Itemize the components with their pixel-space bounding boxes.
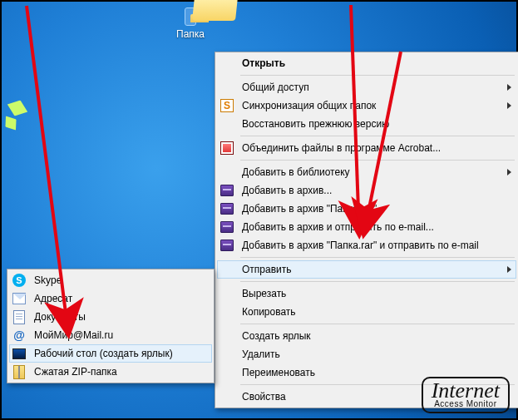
menu-item[interactable]: Удалить xyxy=(217,345,516,363)
menu-item[interactable]: Добавить в архив... xyxy=(217,181,516,200)
menu-separator xyxy=(240,257,515,258)
desktop-icon xyxy=(12,347,26,360)
menu-item[interactable]: Вырезать xyxy=(217,284,516,303)
menu-item[interactable]: Объединить файлы в программе Acrobat... xyxy=(217,139,516,157)
menu-item[interactable]: Копировать xyxy=(217,303,516,321)
menu-item[interactable]: Добавить в архив и отправить по e-mail..… xyxy=(217,218,516,236)
menu-item-label: Синхронизация общих папок xyxy=(242,100,376,111)
menu-item[interactable]: @МойМир@Mail.ru xyxy=(9,326,212,344)
menu-item-label: Документы xyxy=(34,311,86,323)
sync-icon: S xyxy=(220,99,234,112)
decor-leaf xyxy=(4,96,30,120)
acrobat-icon xyxy=(220,141,234,155)
menu-separator xyxy=(240,281,515,282)
menu-item-label: Адресат xyxy=(34,293,72,304)
menu-item[interactable]: Сжатая ZIP-папка xyxy=(9,363,212,381)
menu-item-label: Вырезать xyxy=(242,288,286,299)
menu-item[interactable]: Добавить в архив "Папка.rar" xyxy=(217,200,516,218)
submenu-arrow-icon xyxy=(507,169,511,175)
sendto-submenu[interactable]: SkypeАдресатДокументы@МойМир@Mail.ruРабо… xyxy=(7,269,215,383)
menu-item-label: Создать ярлык xyxy=(242,330,311,342)
menu-item-label: Добавить в архив "Папка.rar" и отправить… xyxy=(242,240,479,251)
watermark-logo: Internet Access Monitor xyxy=(422,377,510,413)
menu-item[interactable]: Документы xyxy=(9,308,212,326)
winrar-icon xyxy=(220,202,234,215)
menu-item-label: Переименовать xyxy=(242,367,315,378)
context-menu[interactable]: ОткрытьОбщий доступSСинхронизация общих … xyxy=(215,52,518,408)
watermark-line2: Access Monitor xyxy=(432,400,500,408)
menu-item-label: Добавить в архив "Папка.rar" xyxy=(242,203,377,215)
menu-item[interactable]: SСинхронизация общих папок xyxy=(217,96,516,115)
menu-item-label: Объединить файлы в программе Acrobat... xyxy=(242,142,441,154)
winrar-icon xyxy=(220,220,234,234)
menu-item-label: Добавить в библиотеку xyxy=(242,166,350,178)
menu-item[interactable]: Восстановить прежнюю версию xyxy=(217,115,516,133)
menu-item-label: Добавить в архив и отправить по e-mail..… xyxy=(242,221,434,233)
menu-separator xyxy=(240,324,515,324)
menu-separator xyxy=(240,160,515,161)
menu-item-label: Открыть xyxy=(242,57,285,69)
winrar-icon xyxy=(220,239,234,252)
menu-item-label: Восстановить прежнюю версию xyxy=(242,118,389,130)
menu-item[interactable]: Добавить в архив "Папка.rar" и отправить… xyxy=(217,236,516,254)
menu-item-label: Сжатая ZIP-папка xyxy=(34,366,117,378)
menu-item[interactable]: Добавить в библиотеку xyxy=(217,163,516,181)
menu-separator xyxy=(240,75,515,76)
mail-icon xyxy=(12,292,26,305)
zip-folder-icon xyxy=(12,365,26,378)
menu-separator xyxy=(240,136,515,136)
documents-icon xyxy=(12,310,26,324)
decor-leaf xyxy=(0,112,21,134)
desktop-folder[interactable]: Папка xyxy=(160,8,221,40)
winrar-icon xyxy=(220,184,234,197)
mailru-icon: @ xyxy=(12,329,26,342)
menu-item[interactable]: Skype xyxy=(9,271,212,289)
submenu-arrow-icon xyxy=(507,102,511,109)
menu-item[interactable]: Отправить xyxy=(217,260,516,279)
menu-item-label: Копировать xyxy=(242,306,296,318)
menu-item-label: МойМир@Mail.ru xyxy=(34,329,113,341)
submenu-arrow-icon xyxy=(507,84,511,91)
menu-item[interactable]: Открыть xyxy=(217,54,516,72)
menu-item[interactable]: Адресат xyxy=(9,289,212,308)
menu-item[interactable]: Создать ярлык xyxy=(217,327,516,345)
menu-item-label: Рабочий стол (создать ярлык) xyxy=(34,348,173,359)
menu-item-label: Общий доступ xyxy=(242,82,309,93)
menu-item-label: Отправить xyxy=(242,264,292,275)
skype-icon xyxy=(12,274,26,287)
submenu-arrow-icon xyxy=(507,266,511,273)
menu-item-label: Свойства xyxy=(242,391,286,403)
menu-item[interactable]: Общий доступ xyxy=(217,78,516,96)
menu-item[interactable]: Рабочий стол (создать ярлык) xyxy=(9,344,212,363)
folder-label: Папка xyxy=(160,28,221,40)
menu-item-label: Skype xyxy=(34,274,62,286)
menu-item-label: Добавить в архив... xyxy=(242,185,332,196)
desktop[interactable]: Папка ОткрытьОбщий доступSСинхронизация … xyxy=(0,0,518,420)
menu-item-label: Удалить xyxy=(242,348,280,360)
